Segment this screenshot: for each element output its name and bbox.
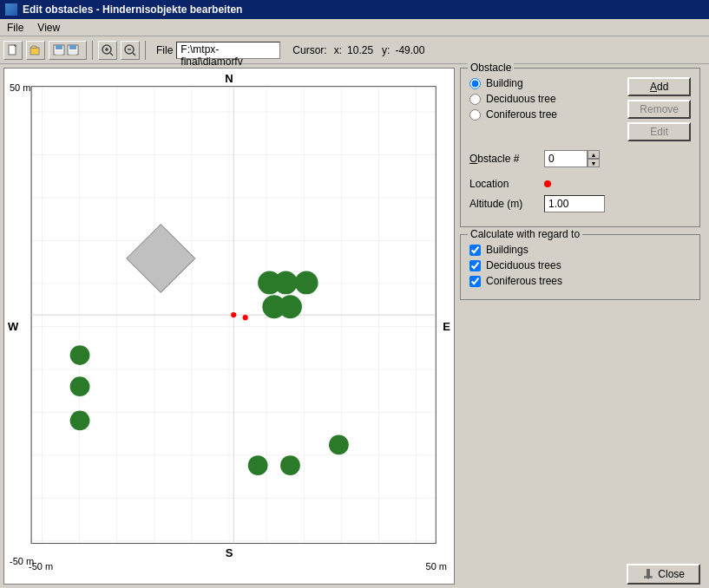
calculate-group: Calculate with regard to Buildings Decid… <box>460 234 700 300</box>
toolbar: File F:\mtpx-final\diamorfv Cursor: x: 1… <box>0 36 709 64</box>
svg-rect-5 <box>56 45 62 49</box>
edit-button[interactable]: Edit <box>627 122 691 141</box>
menu-file[interactable]: File <box>3 21 27 35</box>
cb-deciduous-row: Deciduous trees <box>469 259 691 271</box>
cursor-x-value: 10.25 <box>347 44 373 56</box>
cb-deciduous-label[interactable]: Deciduous trees <box>486 259 561 271</box>
svg-marker-3 <box>30 46 37 49</box>
cb-buildings-label[interactable]: Buildings <box>486 244 528 256</box>
right-panel: Obstacle Building Deciduous tree Conifer… <box>455 68 706 585</box>
map-panel[interactable]: N S W E 50 m -50 m -50 m 50 m <box>3 68 455 585</box>
zoom-out-button[interactable] <box>121 41 140 60</box>
app-icon <box>5 3 17 16</box>
location-label: Location <box>469 178 539 190</box>
obstacle-num-row: Obstacle # ▲ ▼ <box>469 150 691 167</box>
cb-buildings-row: Buildings <box>469 244 691 256</box>
cb-deciduous[interactable] <box>469 260 481 271</box>
tree-9 <box>248 455 268 475</box>
close-area: Close <box>460 555 700 585</box>
tree-3 <box>295 271 318 294</box>
tree-10 <box>280 455 300 475</box>
radio-deciduous-label[interactable]: Deciduous tree <box>486 93 556 105</box>
svg-rect-8 <box>69 45 76 49</box>
zoom-in-button[interactable] <box>98 41 117 60</box>
cursor-y-label: y: <box>382 44 390 56</box>
close-icon <box>642 568 654 580</box>
radio-building[interactable] <box>469 78 481 89</box>
map-svg[interactable] <box>4 69 454 584</box>
cursor-dot <box>243 315 248 320</box>
tree-11 <box>329 435 349 455</box>
svg-rect-0 <box>9 45 16 55</box>
radio-coniferous-label[interactable]: Coniferous tree <box>486 108 557 121</box>
file-label: File <box>156 44 173 56</box>
save-button[interactable] <box>49 41 87 60</box>
location-row: Location <box>469 178 691 190</box>
cb-coniferous[interactable] <box>469 276 481 287</box>
cb-buildings[interactable] <box>469 245 481 256</box>
tree-5 <box>279 295 302 318</box>
radio-coniferous[interactable] <box>469 109 481 121</box>
radio-building-label[interactable]: Building <box>486 77 523 89</box>
spin-down-button[interactable]: ▼ <box>588 159 600 167</box>
separator-2 <box>145 41 146 60</box>
map-canvas[interactable]: N S W E 50 m -50 m -50 m 50 m <box>4 69 454 584</box>
location-dot <box>544 180 551 187</box>
radio-deciduous[interactable] <box>469 94 481 105</box>
spin-buttons: ▲ ▼ <box>588 150 600 167</box>
cursor-x-label: x: <box>334 44 342 56</box>
file-path: F:\mtpx-final\diamorfv <box>176 42 280 59</box>
altitude-input[interactable] <box>544 195 605 212</box>
add-button[interactable]: Add <box>627 77 691 96</box>
calculate-group-title: Calculate with regard to <box>468 228 582 240</box>
svg-line-11 <box>110 53 113 56</box>
close-button[interactable]: Close <box>627 564 700 585</box>
menu-bar: File View <box>0 19 709 36</box>
radio-coniferous-row: Coniferous tree <box>469 108 627 121</box>
remove-button[interactable]: Remove <box>627 100 691 119</box>
obstacle-group: Obstacle Building Deciduous tree Conifer… <box>460 68 700 227</box>
obstacle-radios: Building Deciduous tree Coniferous tree <box>469 77 627 124</box>
obstacle-buttons: Add Remove Edit <box>627 77 691 141</box>
tree-8 <box>70 411 90 431</box>
tree-6 <box>70 345 90 365</box>
cursor-marker <box>231 312 236 317</box>
cursor-label: Cursor: <box>292 44 326 56</box>
menu-view[interactable]: View <box>34 21 63 35</box>
radio-deciduous-row: Deciduous tree <box>469 93 627 105</box>
cb-coniferous-label[interactable]: Coniferous trees <box>486 275 562 287</box>
tree-7 <box>70 376 90 396</box>
cursor-y-value: -49.00 <box>395 44 424 56</box>
main-content: N S W E 50 m -50 m -50 m 50 m <box>0 64 709 588</box>
separator-1 <box>92 41 93 60</box>
obstacle-num-spinbox: ▲ ▼ <box>544 150 600 167</box>
title-bar: Edit obstacles - Hindernisobjekte bearbe… <box>0 0 709 19</box>
cb-coniferous-row: Coniferous trees <box>469 275 691 287</box>
obstacle-num-input[interactable] <box>544 150 588 167</box>
obstacle-group-title: Obstacle <box>468 62 514 74</box>
svg-rect-9 <box>69 51 76 55</box>
tree-2 <box>274 271 298 294</box>
svg-rect-6 <box>56 51 62 55</box>
new-button[interactable] <box>3 41 23 60</box>
svg-line-15 <box>133 53 135 56</box>
altitude-row: Altitude (m) <box>469 195 691 212</box>
open-button[interactable] <box>26 41 45 60</box>
spin-up-button[interactable]: ▲ <box>588 150 600 159</box>
radio-building-row: Building <box>469 77 627 89</box>
altitude-label: Altitude (m) <box>469 198 539 210</box>
obstacle-num-label: Obstacle # <box>469 153 539 165</box>
window-title: Edit obstacles - Hindernisobjekte bearbe… <box>23 3 242 16</box>
